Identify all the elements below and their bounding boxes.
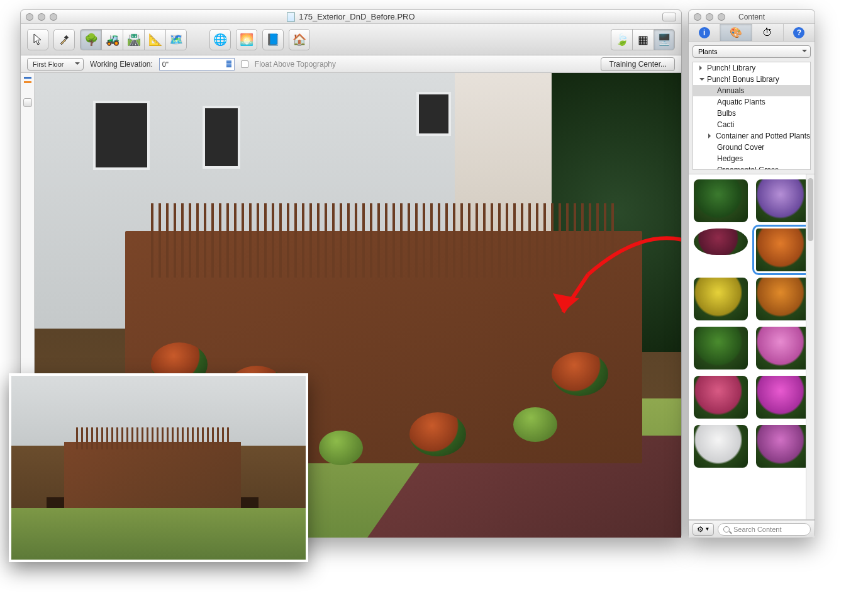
training-center-button[interactable]: Training Center... xyxy=(601,57,675,71)
plant-thumbnail[interactable] xyxy=(694,425,748,468)
content-panel-tabs: i 🎨 ⏱ ? xyxy=(689,24,815,42)
tree-item-cacti[interactable]: Cacti xyxy=(693,119,810,130)
house-tool[interactable]: 🏠 xyxy=(289,29,310,50)
thumb-scene-grass xyxy=(11,508,306,560)
pointer-tool[interactable] xyxy=(27,29,48,50)
tree-label: Annuals xyxy=(717,86,744,95)
thumb-scene-rail xyxy=(76,427,229,449)
info-tab[interactable]: i xyxy=(689,24,720,41)
disclosure-triangle-icon[interactable] xyxy=(708,133,713,138)
scene-window xyxy=(93,101,150,170)
thumbnail-scrollbar[interactable] xyxy=(806,174,815,519)
category-selector[interactable]: Plants xyxy=(693,45,811,58)
ruler-grip[interactable] xyxy=(23,98,32,107)
tree-item-hedges[interactable]: Hedges xyxy=(693,153,810,164)
tree-item-bulbs[interactable]: Bulbs xyxy=(693,108,810,119)
scene-deck-railing xyxy=(151,203,616,278)
working-elevation-input[interactable]: 0" xyxy=(159,58,235,71)
plant-thumbnail[interactable] xyxy=(756,228,810,271)
ruler-marker-orange[interactable] xyxy=(24,81,31,83)
window-controls xyxy=(26,13,57,21)
before-preview-thumbnail xyxy=(9,373,308,562)
chevron-down-icon: ▼ xyxy=(705,526,710,532)
main-toolbar: 🌳 🚜 🛣️ 📐 🗺️ 🌐 🌅 📘 🏠 🍃 ▦ 🖥️ xyxy=(21,24,681,55)
tree-label: Ornamental Grass xyxy=(717,166,779,170)
training-center-label: Training Center... xyxy=(609,60,667,69)
disclosure-triangle-icon[interactable] xyxy=(699,65,704,71)
main-titlebar[interactable]: 175_Exterior_DnD_Before.PRO xyxy=(21,10,681,24)
tree-label: Hedges xyxy=(717,154,743,163)
globe-tool[interactable]: 🌐 xyxy=(209,29,231,50)
search-placeholder: Search Content xyxy=(733,526,781,533)
working-elevation-label: Working Elevation: xyxy=(90,60,153,69)
help-tab[interactable]: ? xyxy=(784,24,815,41)
scrollbar-thumb[interactable] xyxy=(808,178,813,241)
timer-tab[interactable]: ⏱ xyxy=(752,24,784,41)
ruler-marker-blue[interactable] xyxy=(24,77,31,79)
category-selector-value: Plants xyxy=(698,48,718,55)
scene-flower-bush xyxy=(552,352,608,396)
content-panel-title: Content xyxy=(689,13,815,21)
disclosure-triangle-icon[interactable] xyxy=(699,78,704,83)
scene-flower-bush xyxy=(409,412,466,456)
path-tool[interactable]: 🛣️ xyxy=(123,29,144,50)
window-toolbar-toggle[interactable] xyxy=(662,13,676,21)
tree-item-annuals[interactable]: Annuals xyxy=(693,85,810,96)
library-tree[interactable]: Punch! Library Punch! Bonus Library Annu… xyxy=(693,62,811,170)
content-panel: Content i 🎨 ⏱ ? Plants Punch! Library Pu… xyxy=(688,9,815,538)
plant-thumbnail[interactable] xyxy=(694,327,748,370)
terrain-tool[interactable]: 🚜 xyxy=(101,29,123,50)
tree-item-ornamental-grass[interactable]: Ornamental Grass xyxy=(693,164,810,170)
zoom-window-button[interactable] xyxy=(50,13,57,21)
float-above-label: Float Above Topography xyxy=(255,60,336,69)
plant-tool[interactable]: 🌳 xyxy=(80,29,101,50)
window-title: 175_Exterior_DnD_Before.PRO xyxy=(21,12,681,22)
plant-thumbnail[interactable] xyxy=(694,376,748,419)
plant-thumbnail[interactable] xyxy=(694,179,748,222)
content-search-input[interactable]: Search Content xyxy=(718,523,811,536)
elevation-stepper[interactable] xyxy=(226,60,231,67)
tree-item-punch-library[interactable]: Punch! Library xyxy=(693,62,810,74)
floor-selector-label: First Floor xyxy=(33,60,64,68)
eyedropper-tool[interactable] xyxy=(53,29,75,50)
view-mode-group: 🍃 ▦ 🖥️ xyxy=(611,29,675,50)
eco-view-button[interactable]: 🍃 xyxy=(611,29,632,50)
content-titlebar[interactable]: Content xyxy=(689,10,815,24)
sun-tool[interactable]: 🌅 xyxy=(236,29,257,50)
gear-icon: ⚙ xyxy=(697,525,704,534)
tree-item-aquatic-plants[interactable]: Aquatic Plants xyxy=(693,96,810,108)
tree-item-container-and-potted-plants[interactable]: Container and Potted Plants xyxy=(693,130,810,142)
document-icon xyxy=(287,12,295,22)
plant-thumbnail[interactable] xyxy=(756,327,810,370)
plant-thumbnail[interactable] xyxy=(756,425,810,468)
tree-label: Container and Potted Plants xyxy=(716,132,810,140)
site-plan-tool[interactable]: 🗺️ xyxy=(165,29,187,50)
float-above-checkbox[interactable] xyxy=(241,60,248,68)
plant-thumbnail[interactable] xyxy=(694,228,748,255)
panel-options-button[interactable]: ⚙▼ xyxy=(693,523,714,536)
tree-label: Cacti xyxy=(717,120,734,129)
tree-label: Bulbs xyxy=(717,109,736,118)
3d-view-button[interactable]: 🖥️ xyxy=(654,29,675,50)
plant-thumbnail[interactable] xyxy=(694,278,748,320)
plant-thumbnail[interactable] xyxy=(756,278,810,320)
plant-thumbnail[interactable] xyxy=(756,376,810,419)
working-elevation-value: 0" xyxy=(162,60,169,68)
tree-item-ground-cover[interactable]: Ground Cover xyxy=(693,142,810,153)
measure-tool[interactable]: 📐 xyxy=(144,29,165,50)
scene-window xyxy=(203,106,240,169)
plant-thumbnail[interactable] xyxy=(756,179,810,222)
materials-tool[interactable]: 📘 xyxy=(262,29,284,50)
tree-label: Aquatic Plants xyxy=(717,98,765,106)
landscape-tool-group: 🌳 🚜 🛣️ 📐 🗺️ xyxy=(80,29,187,50)
plan-view-button[interactable]: ▦ xyxy=(632,29,654,50)
floor-selector[interactable]: First Floor xyxy=(27,58,84,71)
search-icon xyxy=(723,526,730,533)
minimize-window-button[interactable] xyxy=(38,13,45,21)
window-title-text: 175_Exterior_DnD_Before.PRO xyxy=(299,12,415,21)
library-tab[interactable]: 🎨 xyxy=(720,24,752,41)
close-window-button[interactable] xyxy=(26,13,33,21)
library-thumbnail-grid xyxy=(689,174,815,520)
tree-label: Punch! Library xyxy=(707,64,755,72)
tree-item-punch-bonus-library[interactable]: Punch! Bonus Library xyxy=(693,74,810,85)
